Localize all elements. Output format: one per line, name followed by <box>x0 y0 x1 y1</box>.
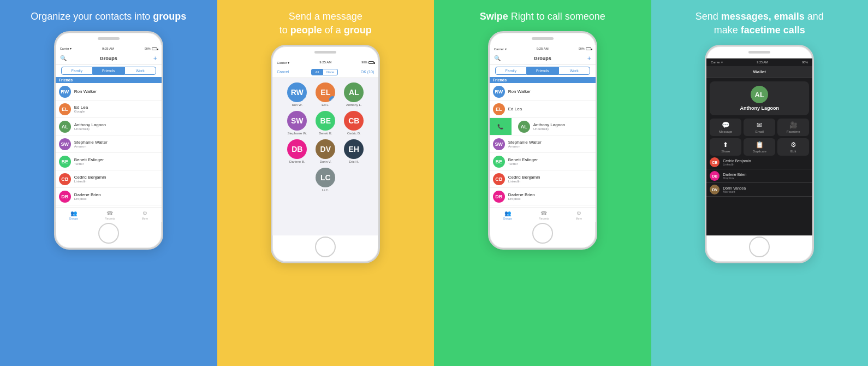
share-action-btn[interactable]: ⬆ Share <box>710 138 741 156</box>
contact-item[interactable]: EL Ed Lea <box>490 101 596 118</box>
group-contact-eric[interactable]: EH Eric H. <box>344 139 364 163</box>
message-label: Message <box>719 130 732 133</box>
contact-name: Stephanie Walter <box>508 140 592 145</box>
tab-bar-1: 👥 Groups ☎ Recents ⚙ More <box>56 208 162 222</box>
cancel-button-2[interactable]: Cancel <box>277 70 289 74</box>
tab-recents-1[interactable]: ☎ Recents <box>105 210 115 220</box>
avatar: BE <box>493 156 505 168</box>
contact-item[interactable]: DB Darlene Brien Dropbox <box>490 188 596 205</box>
contact-item[interactable]: DB Darlene Brien Dropbox <box>56 188 162 205</box>
carrier-2: Carrier ▾ <box>277 61 289 64</box>
ok-button-2[interactable]: OK (10) <box>361 70 374 74</box>
none-seg-btn[interactable]: None <box>323 69 338 75</box>
contact-item[interactable]: CB Cedric Benjamin LinkedIn <box>490 170 596 188</box>
contact-info: Ron Walker <box>74 89 158 94</box>
segment-friends-1[interactable]: Friends <box>93 67 124 75</box>
group-contact-benett[interactable]: BE Benett E. <box>316 111 335 135</box>
dark-time: 9:25 AM <box>757 61 768 64</box>
contact-sub: LinkedIn <box>74 180 158 183</box>
contact-name: Darlene Brien <box>74 192 158 197</box>
search-nav-3[interactable]: 🔍 <box>494 55 501 61</box>
group-avatar: EH <box>344 139 364 159</box>
group-contact-stephanie[interactable]: SW Stephanie W. <box>287 111 307 135</box>
groups-tab-icon-3: 👥 <box>504 210 511 216</box>
add-button-1[interactable]: + <box>153 55 157 62</box>
contact-item[interactable]: RW Ron Walker <box>56 83 162 101</box>
segment-family-1[interactable]: Family <box>61 67 93 75</box>
status-bar-2: Carrier ▾ 9:25 AM 90% <box>272 58 378 66</box>
tab-groups-3[interactable]: 👥 Groups <box>503 210 512 220</box>
group-contact-li[interactable]: LC Li C. <box>316 168 335 192</box>
contact-sub: Twitter <box>74 162 158 166</box>
group-contact-dorin[interactable]: DV Dorin V. <box>316 139 335 163</box>
facetime-action-btn[interactable]: 🎥 Facetime <box>777 119 809 136</box>
segment-friends-3[interactable]: Friends <box>527 67 558 75</box>
contact-item[interactable]: BE Benett Eslinger Twitter <box>490 153 596 170</box>
group-contact-name: Darlene B. <box>289 160 305 163</box>
panel-2-title: Send a messageto people of a group <box>280 10 372 37</box>
contact-item[interactable]: EL Ed Lea Google <box>56 101 162 118</box>
section-header-1: Friends <box>56 77 162 83</box>
dark-contact-item[interactable]: DB Darlene Brien Dropbox <box>706 169 812 183</box>
group-avatar: BE <box>316 111 335 131</box>
group-contact-ron[interactable]: RW Ron W. <box>287 82 307 107</box>
contact-item[interactable]: CB Cedric Benjamin LinkedIn <box>56 170 162 188</box>
group-contact-anthony[interactable]: AL Anthony L. <box>344 82 364 107</box>
group-grid: RW Ron W. EL Ed L. AL Anthony L. SW <box>272 78 378 235</box>
groups-tab-label: Groups <box>69 217 78 220</box>
group-contact-darlene[interactable]: DB Darlene B. <box>287 139 307 163</box>
segment-family-3[interactable]: Family <box>495 67 527 75</box>
contact-item[interactable]: SW Stephanie Walter Amazon <box>490 135 596 153</box>
group-contact-ed[interactable]: EL Ed L. <box>316 82 335 107</box>
nav-title-3: Groups <box>534 56 551 61</box>
avatar: SW <box>59 138 71 150</box>
contact-sub: Twitter <box>508 162 592 166</box>
contact-sub: Google <box>74 110 158 113</box>
segment-work-1[interactable]: Work <box>124 67 156 75</box>
group-avatar: RW <box>287 82 307 102</box>
tab-groups-1[interactable]: 👥 Groups <box>69 210 78 220</box>
contact-info: Stephanie Walter Amazon <box>74 140 158 148</box>
edit-action-btn[interactable]: ⚙ Edit <box>777 138 809 156</box>
carrier-1: Carrier ▾ <box>60 47 72 50</box>
contact-sub: Dropbox <box>74 197 158 200</box>
group-avatar: LC <box>316 168 335 187</box>
contact-item[interactable]: BE Benett Eslinger Twitter <box>56 153 162 170</box>
dark-contact-item[interactable]: CB Cedric Benjamin LinkedIn <box>706 156 812 169</box>
group-contact-cedric[interactable]: CB Cedric B. <box>344 111 364 135</box>
add-button-3[interactable]: + <box>587 55 591 62</box>
phone-4-screen: Carrier ▾ 9:25 AM 90% Wallet AL Anthony … <box>706 58 812 235</box>
dark-contact-info: Darlene Brien Dropbox <box>723 173 746 180</box>
contact-name: Anthony Lagoon <box>74 122 158 127</box>
contact-item[interactable]: SW Stephanie Walter Amazon <box>56 135 162 153</box>
dark-contact-item[interactable]: DV Dorin Vancea Microsoft <box>706 183 812 197</box>
contact-info: Cedric Benjamin LinkedIn <box>74 175 158 183</box>
tab-more-1[interactable]: ⚙ More <box>142 210 148 220</box>
group-row: LC Li C. <box>277 168 374 192</box>
tab-recents-3[interactable]: ☎ Recents <box>539 210 549 220</box>
swipe-contact-item[interactable]: 📞 AL Anthony Lagoon Underbelly <box>490 118 596 135</box>
contact-sub: Amazon <box>74 145 158 148</box>
search-nav-1[interactable]: 🔍 <box>60 55 67 61</box>
contact-item[interactable]: AL Anthony Lagoon Underbelly <box>56 118 162 135</box>
contact-item[interactable]: RW Ron Walker <box>490 83 596 101</box>
status-bar-1: Carrier ▾ 9:25 AM 90% <box>56 45 162 52</box>
message-action-btn[interactable]: 💬 Message <box>710 119 741 136</box>
all-seg-btn[interactable]: All <box>311 69 323 75</box>
tab-more-3[interactable]: ⚙ More <box>576 210 582 220</box>
swipe-content: AL Anthony Lagoon Underbelly <box>515 119 596 135</box>
phone-4: Carrier ▾ 9:25 AM 90% Wallet AL Anthony … <box>705 45 814 263</box>
email-action-btn[interactable]: ✉ Email <box>744 119 775 136</box>
dark-contact-sub: LinkedIn <box>723 163 751 166</box>
battery-icon-2 <box>368 61 374 64</box>
contact-name: Ed Lea <box>74 105 158 110</box>
phone-3: Carrier ▾ 9:25 AM 90% + Groups 🔍 Family … <box>488 31 597 250</box>
time-3: 9:25 AM <box>537 47 549 50</box>
section-header-3: Friends <box>490 77 596 83</box>
duplicate-action-btn[interactable]: 📋 Duplicate <box>744 138 775 156</box>
dark-contact-info: Cedric Benjamin LinkedIn <box>723 159 751 166</box>
all-none-seg: All None <box>311 69 338 75</box>
group-contact-name: Li C. <box>322 188 329 192</box>
segment-work-3[interactable]: Work <box>558 67 590 75</box>
contact-sub: Underbelly <box>533 127 592 131</box>
